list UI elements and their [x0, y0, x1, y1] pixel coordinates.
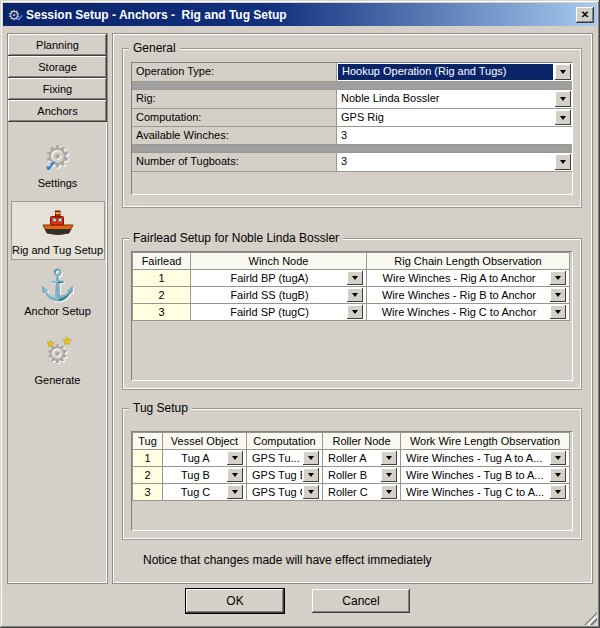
operation-type-dropdown[interactable]: Hookup Operation (Rig and Tugs): [337, 63, 572, 81]
roller-node-dropdown[interactable]: Roller B: [323, 467, 401, 484]
computation-value: GPS Rig: [337, 109, 554, 126]
tug-computation-dropdown[interactable]: GPS Tug C: [247, 484, 323, 501]
chevron-down-icon[interactable]: [381, 468, 397, 482]
sidebar-item-rig-and-tug-setup[interactable]: Rig and Tug Setup: [11, 201, 105, 260]
chevron-down-icon[interactable]: [347, 271, 363, 285]
ok-button[interactable]: OK: [186, 589, 284, 613]
sidebar-item-generate[interactable]: ⚙ ★ ★ Generate: [11, 331, 105, 390]
sidebar-tab-anchors[interactable]: Anchors: [8, 100, 107, 122]
sidebar-item-anchor-setup[interactable]: ⚓ Anchor Setup: [11, 262, 105, 321]
available-winches-row: Available Winches: 3: [132, 127, 572, 145]
computation-label: Computation:: [132, 109, 337, 126]
roller-node-col-header: Roller Node: [323, 433, 401, 450]
tug-header-row: Tug Vessel Object Computation Roller Nod…: [133, 433, 570, 450]
chevron-down-icon[interactable]: [550, 288, 566, 302]
gear-check-accent-icon: ✓: [16, 10, 24, 26]
tug-computation-dropdown[interactable]: GPS Tug B: [247, 467, 323, 484]
chevron-down-icon[interactable]: [550, 305, 566, 319]
chevron-down-icon[interactable]: [381, 451, 397, 465]
tug-table: Tug Vessel Object Computation Roller Nod…: [132, 432, 570, 501]
sidebar-tab-storage[interactable]: Storage: [8, 56, 107, 78]
cancel-button[interactable]: Cancel: [312, 589, 410, 613]
fairlead-number: 3: [133, 304, 191, 321]
rig-chain-obs-dropdown[interactable]: Wire Winches - Rig C to Anchor: [367, 304, 570, 321]
anchor-icon: ⚓: [39, 267, 76, 303]
vessel-object-dropdown[interactable]: Tug C: [163, 484, 247, 501]
rig-chain-obs-dropdown[interactable]: Wire Winches - Rig A to Anchor: [367, 270, 570, 287]
titlebar[interactable]: ⚙ ✓ Session Setup - Anchors - Rig and Tu…: [3, 3, 597, 26]
tug-computation-dropdown[interactable]: GPS Tu...: [247, 450, 323, 467]
sidebar-item-settings[interactable]: ⚙ ✓ Settings: [11, 134, 105, 193]
work-wire-obs-dropdown[interactable]: Wire Winches - Tug B to A...: [401, 467, 570, 484]
work-wire-obs-dropdown[interactable]: Wire Winches - Tug A to A...: [401, 450, 570, 467]
chevron-down-icon[interactable]: [347, 288, 363, 302]
chevron-down-icon[interactable]: [303, 451, 319, 465]
roller-node-dropdown[interactable]: Roller C: [323, 484, 401, 501]
work-wire-obs-dropdown[interactable]: Wire Winches - Tug C to A...: [401, 484, 570, 501]
sidebar-tab-fixing[interactable]: Fixing: [8, 78, 107, 100]
sidebar-item-label: Generate: [35, 374, 81, 386]
computation-row: Computation: GPS Rig: [132, 109, 572, 127]
chevron-down-icon[interactable]: [555, 110, 571, 125]
chevron-down-icon[interactable]: [227, 485, 243, 499]
tug-row: 1 Tug A GPS Tu... Roller A Wire Winches …: [133, 450, 570, 467]
rig-chain-obs-dropdown[interactable]: Wire Winches - Rig B to Anchor: [367, 287, 570, 304]
chevron-down-icon[interactable]: [347, 305, 363, 319]
chevron-down-icon[interactable]: [555, 64, 571, 80]
gear-stars-icon: ⚙ ★ ★: [46, 336, 69, 372]
window-title: Session Setup - Anchors - Rig and Tug Se…: [26, 8, 572, 22]
rig-chain-obs-col-header: Rig Chain Length Observation: [367, 253, 570, 270]
winch-node-dropdown[interactable]: Fairld SP (tugC): [191, 304, 367, 321]
tugboat-icon: [40, 206, 76, 242]
available-winches-value: 3: [337, 127, 572, 144]
chevron-down-icon[interactable]: [555, 154, 571, 170]
gear-check-icon: ⚙ ✓: [44, 139, 71, 175]
chevron-down-icon[interactable]: [227, 468, 243, 482]
fairlead-col-header: Fairlead: [133, 253, 191, 270]
rig-dropdown[interactable]: Noble Linda Bossler: [337, 90, 572, 108]
winch-node-dropdown[interactable]: Fairld BP (tugA): [191, 270, 367, 287]
resize-grip[interactable]: [584, 612, 597, 625]
roller-node-dropdown[interactable]: Roller A: [323, 450, 401, 467]
vessel-object-dropdown[interactable]: Tug A: [163, 450, 247, 467]
chevron-down-icon[interactable]: [550, 451, 566, 465]
vessel-object-dropdown[interactable]: Tug B: [163, 467, 247, 484]
available-winches-field[interactable]: 3: [337, 127, 572, 144]
tug-number: 1: [133, 450, 163, 467]
chevron-down-icon[interactable]: [381, 485, 397, 499]
main-panel: General Operation Type: Hookup Operation…: [112, 33, 593, 584]
sidebar-item-label: Anchor Setup: [24, 305, 91, 317]
winch-node-col-header: Winch Node: [191, 253, 367, 270]
fairlead-number: 1: [133, 270, 191, 287]
chevron-down-icon[interactable]: [550, 271, 566, 285]
vessel-object-col-header: Vessel Object: [163, 433, 247, 450]
general-group-title: General: [129, 41, 180, 55]
sidebar: Planning Storage Fixing Anchors ⚙ ✓ Sett…: [7, 33, 108, 584]
close-button[interactable]: ✕: [576, 7, 594, 23]
number-of-tugboats-value: 3: [337, 153, 554, 171]
tug-row: 3 Tug C GPS Tug C Roller C Wire Winches …: [133, 484, 570, 501]
fairlead-row: 3 Fairld SP (tugC) Wire Winches - Rig C …: [133, 304, 570, 321]
sidebar-tab-planning[interactable]: Planning: [8, 34, 107, 56]
fairlead-group-title: Fairlead Setup for Noble Linda Bossler: [129, 231, 343, 245]
computation-dropdown[interactable]: GPS Rig: [337, 109, 572, 126]
fairlead-row: 1 Fairld BP (tugA) Wire Winches - Rig A …: [133, 270, 570, 287]
chevron-down-icon[interactable]: [555, 91, 571, 107]
tug-col-header: Tug: [133, 433, 163, 450]
chevron-down-icon[interactable]: [303, 468, 319, 482]
chevron-down-icon[interactable]: [227, 451, 243, 465]
chevron-down-icon[interactable]: [550, 468, 566, 482]
chevron-down-icon[interactable]: [550, 485, 566, 499]
form-separator: [132, 82, 572, 90]
chevron-down-icon[interactable]: [303, 485, 319, 499]
sidebar-item-label: Rig and Tug Setup: [12, 244, 103, 256]
winch-node-dropdown[interactable]: Fairld SS (tugB): [191, 287, 367, 304]
fairlead-header-row: Fairlead Winch Node Rig Chain Length Obs…: [133, 253, 570, 270]
rig-row: Rig: Noble Linda Bossler: [132, 90, 572, 109]
number-of-tugboats-label: Number of Tugboats:: [132, 153, 337, 171]
computation-col-header: Computation: [247, 433, 323, 450]
number-of-tugboats-row: Number of Tugboats: 3: [132, 153, 572, 172]
sidebar-item-label: Settings: [38, 177, 78, 189]
app-gear-icon[interactable]: ⚙ ✓: [6, 7, 22, 23]
number-of-tugboats-dropdown[interactable]: 3: [337, 153, 572, 171]
